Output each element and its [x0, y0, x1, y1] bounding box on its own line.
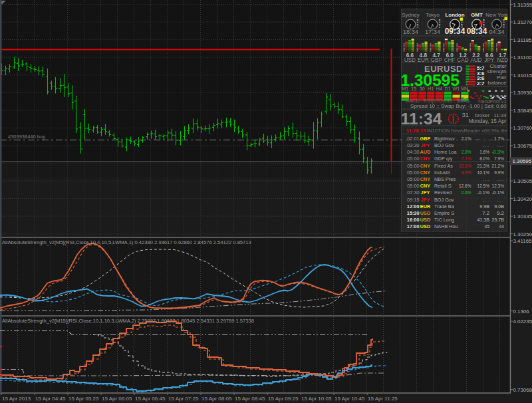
- svg-text:GDP q/y: GDP q/y: [434, 156, 453, 162]
- svg-text:2.1%: 2.1%: [462, 136, 471, 142]
- svg-text:Rightmov: Rightmov: [434, 136, 455, 142]
- svg-text:H1: H1: [428, 86, 434, 92]
- svg-text:D1: D1: [444, 86, 450, 92]
- svg-text:W1: W1: [452, 86, 460, 92]
- svg-text:1.7%: 1.7%: [494, 136, 504, 142]
- svg-text:16:00: 16:00: [407, 217, 420, 223]
- svg-text:H4: H4: [436, 86, 442, 92]
- svg-text:9.0B: 9.0B: [494, 203, 504, 209]
- svg-text:1.30420: 1.30420: [513, 196, 532, 202]
- svg-text:USD: USD: [420, 223, 430, 229]
- svg-text:7.9%: 7.9%: [494, 156, 504, 162]
- svg-text:15: 15: [411, 86, 416, 92]
- svg-text:4.02235: 4.02235: [513, 319, 532, 325]
- svg-text:-0.3%: -0.3%: [492, 149, 505, 155]
- svg-text:15 Apr 08:05: 15 Apr 08:05: [201, 396, 232, 402]
- svg-text:Monday, 15 Apr: Monday, 15 Apr: [469, 118, 507, 124]
- svg-text:1.30250: 1.30250: [513, 231, 532, 237]
- svg-text:GBP: GBP: [420, 136, 431, 142]
- svg-text:15 Apr 07:25: 15 Apr 07:25: [168, 396, 199, 402]
- svg-text:04:30: 04:30: [407, 149, 419, 155]
- svg-text:2.0%: 2.0%: [462, 149, 471, 155]
- svg-text:EUR: EUR: [418, 57, 429, 63]
- svg-text:CNY: CNY: [420, 183, 431, 189]
- svg-text:...: ...: [482, 197, 489, 203]
- svg-text:M1: M1: [402, 86, 408, 92]
- svg-text:8.9%: 8.9%: [462, 170, 471, 176]
- svg-text:GMT: GMT: [471, 12, 483, 18]
- svg-text:09:34: 09:34: [445, 27, 466, 36]
- svg-text:1.31270: 1.31270: [513, 19, 532, 25]
- svg-text:05:00: 05:00: [407, 176, 419, 182]
- svg-text:BOJ Gov: BOJ Gov: [434, 142, 454, 148]
- svg-text:8.0%: 8.0%: [479, 156, 489, 162]
- svg-text:AUD: AUD: [470, 57, 481, 63]
- svg-text:BOJ Gov: BOJ Gov: [434, 197, 454, 203]
- svg-text:03:30: 03:30: [407, 142, 419, 148]
- svg-text:1.30335: 1.30335: [513, 213, 532, 219]
- svg-text:18:34: 18:34: [403, 29, 418, 35]
- svg-text:Trade Ba: Trade Ba: [434, 203, 455, 209]
- svg-text:30: 30: [420, 86, 425, 92]
- svg-text:31: 31: [462, 111, 469, 118]
- svg-text:10.1%: 10.1%: [477, 170, 490, 176]
- svg-text:12.5%: 12.5%: [477, 183, 490, 189]
- svg-text:JPY: JPY: [421, 142, 430, 148]
- svg-text:Sydney: Sydney: [402, 12, 419, 18]
- svg-text:-0.1%: -0.1%: [492, 190, 505, 196]
- svg-text:...: ...: [497, 142, 504, 148]
- svg-text:Spread 10 :: Swap Buy: -1.00: Spread 10 :: Swap Buy: -1.00 | Sell: 0.6…: [410, 103, 507, 109]
- svg-text:11:28:19: 11:28:19: [406, 128, 426, 134]
- svg-text:AUD: AUD: [420, 149, 431, 155]
- svg-text:05:00: 05:00: [407, 163, 419, 169]
- svg-text:44: 44: [499, 223, 504, 229]
- svg-text:New York: New York: [485, 12, 507, 18]
- svg-text:USD: USD: [420, 217, 430, 223]
- svg-text:04:34: 04:34: [489, 29, 505, 35]
- svg-text:Industri: Industri: [434, 170, 450, 176]
- svg-text:15 Apr 09:25: 15 Apr 09:25: [268, 396, 299, 402]
- svg-text:1.6%: 1.6%: [479, 149, 489, 155]
- svg-text:GBP: GBP: [431, 57, 443, 63]
- svg-text:balance: balance: [487, 80, 507, 86]
- svg-text:08:34: 08:34: [467, 27, 487, 36]
- svg-text:NBS Pres: NBS Pres: [434, 176, 456, 182]
- svg-text:0.6%: 0.6%: [462, 190, 471, 196]
- svg-text:Fixed As: Fixed As: [434, 163, 453, 169]
- svg-text:15 Apr 04:45: 15 Apr 04:45: [35, 396, 66, 402]
- svg-text:15 Apr 10:05: 15 Apr 10:05: [301, 396, 332, 402]
- svg-text:12.6%: 12.6%: [459, 183, 471, 189]
- svg-text:MN: MN: [461, 86, 468, 92]
- svg-text:45: 45: [485, 223, 489, 229]
- svg-text:02:01: 02:01: [407, 136, 419, 142]
- svg-text:0.1306: 0.1306: [513, 309, 530, 315]
- svg-text:1.30595: 1.30595: [513, 158, 532, 164]
- svg-text:AllAbsoluteStrength_v2[M5](RSI: AllAbsoluteStrength_v2[M5](RSI,Close,10,…: [2, 239, 251, 245]
- svg-text:1.31015: 1.31015: [513, 72, 532, 78]
- svg-text:20.9%: 20.9%: [459, 163, 471, 169]
- svg-text:JPY: JPY: [484, 57, 495, 63]
- svg-text:15:30: 15:30: [407, 210, 420, 216]
- svg-text:05:00: 05:00: [407, 183, 419, 189]
- svg-text:1.31100: 1.31100: [513, 55, 532, 61]
- svg-text:IN10TION NewsReader v09.99s li: IN10TION NewsReader v09.99s lite: [427, 128, 507, 134]
- svg-text:11:34: 11:34: [401, 110, 442, 128]
- svg-text:CHF: CHF: [444, 57, 456, 63]
- svg-text:EUR: EUR: [420, 203, 431, 209]
- svg-text:12.3%: 12.3%: [492, 183, 505, 189]
- svg-text:41.3B: 41.3B: [477, 217, 490, 223]
- svg-text:CNY: CNY: [420, 170, 431, 176]
- svg-text:CNY: CNY: [420, 156, 431, 162]
- svg-text:15 Apr 2013: 15 Apr 2013: [2, 396, 31, 402]
- svg-text:3.41165: 3.41165: [513, 238, 532, 244]
- svg-text:05:00: 05:00: [407, 170, 419, 176]
- svg-text:0.73068: 0.73068: [513, 387, 532, 393]
- svg-text:15 Apr 08:45: 15 Apr 08:45: [235, 396, 265, 402]
- svg-text:TIC Long: TIC Long: [434, 217, 454, 223]
- svg-text:07:30: 07:30: [407, 190, 419, 196]
- svg-text:9.9B: 9.9B: [479, 203, 489, 209]
- svg-text:JPY: JPY: [421, 197, 430, 203]
- svg-text:25.7B: 25.7B: [492, 217, 505, 223]
- svg-text:AllAbsoluteStrength_v2[M15](RS: AllAbsoluteStrength_v2[M15](RSI,Close,10…: [2, 318, 254, 324]
- svg-text:...: ...: [482, 142, 489, 148]
